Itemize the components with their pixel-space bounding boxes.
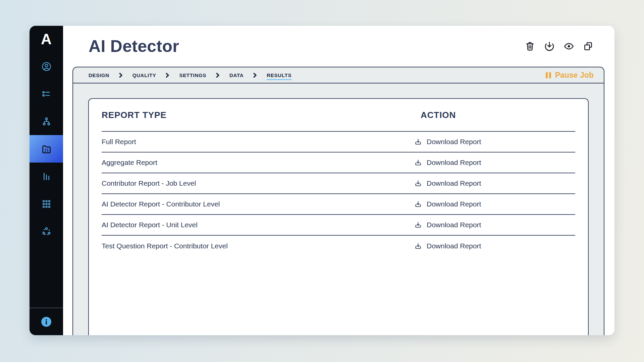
download-report-label: Download Report (427, 138, 481, 146)
sidebar-item-reports[interactable] (30, 135, 63, 163)
sidebar-footer (30, 308, 63, 335)
report-type-label: Contributor Report - Job Level (102, 179, 414, 187)
user-circle-icon (41, 61, 52, 72)
sidebar-item-workflow[interactable] (30, 108, 63, 135)
download-circle-icon (544, 41, 555, 52)
download-report-button[interactable]: Download Report (414, 200, 575, 208)
org-chart-icon (41, 116, 52, 127)
header-actions (525, 41, 594, 52)
folder-reports-icon (41, 143, 52, 155)
delete-job-button[interactable] (525, 41, 535, 52)
download-report-button[interactable]: Download Report (414, 242, 575, 250)
task-list-icon (41, 89, 52, 99)
report-type-label: Full Report (102, 138, 414, 146)
sidebar-item-cluster[interactable] (30, 218, 63, 245)
table-row: AI Detector Report - Unit Level Download… (102, 215, 575, 236)
step-settings[interactable]: SETTINGS (179, 72, 206, 78)
download-tray-icon (414, 200, 422, 208)
download-report-button[interactable]: Download Report (414, 159, 575, 167)
chevron-right-icon (165, 73, 170, 78)
trash-icon (525, 41, 535, 52)
app-window: A (30, 26, 614, 335)
step-data[interactable]: DATA (229, 72, 244, 78)
eye-icon (564, 41, 574, 52)
main-panel: AI Detector (63, 26, 614, 335)
sidebar-item-profile[interactable] (30, 53, 63, 80)
bar-chart-icon (41, 171, 52, 182)
stepper-bar: DESIGN QUALITY SETTINGS DATA RESULTS Pau… (73, 67, 604, 83)
download-tray-icon (414, 138, 422, 146)
info-icon[interactable] (41, 316, 52, 327)
app-logo: A (30, 26, 63, 53)
report-type-label: Test Question Report - Contributor Level (102, 242, 414, 250)
copy-icon (583, 41, 594, 52)
download-report-label: Download Report (427, 221, 481, 229)
pause-job-label: Pause Job (555, 71, 594, 80)
table-row: Test Question Report - Contributor Level… (102, 236, 575, 256)
download-tray-icon (414, 221, 422, 229)
table-row: AI Detector Report - Contributor Level D… (102, 194, 575, 215)
report-type-label: Aggregate Report (102, 159, 414, 167)
pause-icon (546, 72, 551, 78)
table-row: Contributor Report - Job Level Download … (102, 173, 575, 194)
logo-letter: A (41, 32, 52, 47)
step-quality[interactable]: QUALITY (132, 72, 156, 78)
download-tray-icon (414, 159, 422, 167)
chevron-right-icon (253, 73, 257, 78)
download-tray-icon (414, 179, 422, 188)
report-type-label: AI Detector Report - Unit Level (102, 221, 414, 229)
download-report-button[interactable]: Download Report (414, 221, 575, 229)
chevron-right-icon (216, 73, 220, 78)
download-report-button[interactable]: Download Report (414, 138, 575, 146)
column-header-report-type: REPORT TYPE (102, 110, 414, 120)
preview-job-button[interactable] (564, 41, 574, 52)
sidebar-item-analytics[interactable] (30, 163, 63, 190)
stepper-steps: DESIGN QUALITY SETTINGS DATA RESULTS (89, 72, 291, 78)
table-row: Aggregate Report Download Report (102, 153, 575, 173)
step-design[interactable]: DESIGN (89, 72, 109, 78)
report-table-card: REPORT TYPE ACTION Full Report Download … (88, 98, 589, 335)
download-report-label: Download Report (427, 200, 481, 208)
report-type-label: AI Detector Report - Contributor Level (102, 200, 414, 208)
download-report-label: Download Report (427, 179, 481, 187)
column-header-action: ACTION (414, 110, 575, 120)
chevron-right-icon (119, 73, 123, 78)
report-table-header: REPORT TYPE ACTION (102, 99, 575, 132)
main-header: AI Detector (63, 26, 614, 67)
download-report-button[interactable]: Download Report (414, 179, 575, 188)
download-tray-icon (414, 242, 422, 250)
table-row: Full Report Download Report (102, 132, 575, 153)
duplicate-job-button[interactable] (583, 41, 594, 52)
step-results[interactable]: RESULTS (267, 72, 291, 80)
download-report-label: Download Report (427, 242, 481, 250)
workflow-container: DESIGN QUALITY SETTINGS DATA RESULTS Pau… (72, 67, 604, 335)
download-job-button[interactable] (544, 41, 555, 52)
sidebar-item-tasks[interactable] (30, 80, 63, 108)
pause-job-button[interactable]: Pause Job (546, 71, 594, 80)
page-title: AI Detector (89, 37, 179, 56)
sidebar: A (30, 26, 63, 335)
report-table-body: Full Report Download Report Aggregate Re… (102, 132, 575, 256)
dot-grid-icon (41, 199, 52, 209)
download-report-label: Download Report (427, 159, 481, 167)
sidebar-item-data-grid[interactable] (30, 190, 63, 218)
cluster-icon (41, 226, 52, 237)
